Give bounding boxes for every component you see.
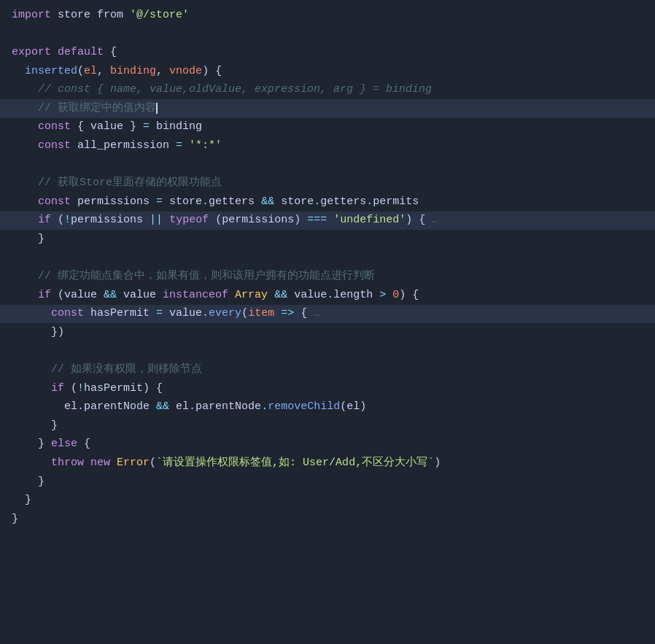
kw-keyword-token: new <box>90 454 110 472</box>
plain-token: getters <box>209 193 261 211</box>
plain-token: el <box>169 398 189 416</box>
comment-cn-token: // 获取绑定中的值内容 <box>38 100 156 117</box>
kw-keyword-token: export <box>12 44 51 61</box>
plain-token <box>12 137 38 155</box>
operator-token: . <box>314 193 320 211</box>
type-name-token: Array <box>235 287 268 304</box>
operator-token: && <box>104 287 117 304</box>
plain-token: ) <box>434 454 441 472</box>
param-token: vnode <box>169 63 202 80</box>
plain-token <box>12 63 25 80</box>
plain-token <box>12 268 38 285</box>
plain-token: store <box>274 193 314 211</box>
kw-keyword-token: else <box>51 435 77 453</box>
plain-token <box>12 212 38 229</box>
plain-token <box>51 44 58 61</box>
plain-token: } <box>12 435 51 453</box>
comment-cn-token: // 如果没有权限，则移除节点 <box>51 361 202 379</box>
comment-token: … <box>314 305 320 322</box>
string-token: `请设置操作权限标签值,如: User/Add,不区分大小写` <box>156 454 434 472</box>
code-line: inserted(el, binding, vnode) { <box>0 62 655 81</box>
comment-token: // const { name, value,oldValue, express… <box>38 81 432 98</box>
code-line: import store from '@/store' <box>0 6 655 25</box>
plain-token: length <box>333 287 379 304</box>
code-line: } <box>0 510 655 529</box>
kw-keyword-token: if <box>38 287 51 304</box>
comment-cn-token: // 获取Store里面存储的权限功能点 <box>38 174 222 192</box>
plain-token: } <box>123 118 143 136</box>
operator-token: = <box>156 193 163 211</box>
operator-token: . <box>327 287 333 304</box>
operator-token: ! <box>77 380 84 397</box>
plain-token: ( <box>51 212 64 229</box>
kw-keyword-token: if <box>51 380 64 397</box>
code-line: const permissions = store.getters && sto… <box>0 193 655 212</box>
operator-token: . <box>366 193 373 211</box>
kw-keyword-token: typeof <box>169 212 209 229</box>
operator-token: === <box>307 212 327 229</box>
var-name-token: value <box>90 118 123 136</box>
plain-token: value <box>287 287 327 304</box>
code-line: } <box>0 473 655 492</box>
operator-token: = <box>156 305 163 322</box>
plain-token: value <box>163 305 202 322</box>
code-line: const hasPermit = value.every(item => { … <box>0 305 655 324</box>
code-line <box>0 155 655 174</box>
plain-token: all_permission <box>71 137 176 155</box>
plain-token <box>123 7 130 24</box>
plain-token <box>12 361 51 379</box>
fn-name-token: inserted <box>25 63 77 80</box>
operator-token: > <box>379 287 386 304</box>
code-line: const all_permission = '*:*' <box>0 136 655 155</box>
plain-token: permissions <box>71 193 156 211</box>
plain-token: hasPermit <box>84 305 156 322</box>
code-line: // const { name, value,oldValue, express… <box>0 80 655 99</box>
number-token: 0 <box>392 287 399 304</box>
code-line: // 获取Store里面存储的权限功能点 <box>0 174 655 193</box>
plain-token: } <box>12 511 18 528</box>
plain-token <box>327 212 333 229</box>
plain-token: ( <box>241 305 248 322</box>
code-line: // 绑定功能点集合中，如果有值，则和该用户拥有的功能点进行判断 <box>0 267 655 286</box>
plain-token: hasPermit) { <box>84 380 163 397</box>
plain-token <box>12 81 38 98</box>
code-line: const { value } = binding <box>0 118 655 137</box>
plain-token: { <box>104 44 117 61</box>
plain-token <box>163 212 169 229</box>
plain-token: store <box>51 7 97 24</box>
plain-token: } <box>12 492 31 509</box>
operator-token: || <box>150 212 163 229</box>
plain-token <box>386 287 392 304</box>
plain-token: ) { <box>399 287 419 304</box>
plain-token: value <box>117 287 163 304</box>
operator-token: . <box>189 398 195 416</box>
code-line: el.parentNode && el.parentNode.removeChi… <box>0 397 655 416</box>
plain-token <box>228 287 235 304</box>
plain-token: }) <box>12 324 64 341</box>
operator-token: && <box>156 398 169 416</box>
code-line: } <box>0 416 655 435</box>
plain-token: permits <box>373 193 419 211</box>
plain-token: permissions <box>71 212 150 229</box>
plain-token <box>12 193 38 211</box>
plain-token: ( <box>64 380 77 397</box>
kw-keyword-token: default <box>58 44 104 61</box>
plain-token <box>12 100 38 117</box>
plain-token: parentNode <box>84 398 156 416</box>
comment-token: … <box>432 212 438 229</box>
plain-token: ( <box>150 454 156 472</box>
kw-keyword-token: if <box>38 212 51 229</box>
plain-token: { <box>77 435 90 453</box>
plain-token: (value <box>51 287 104 304</box>
string-token: 'undefined' <box>333 212 406 229</box>
code-line <box>0 342 655 361</box>
comment-cn-token: // 绑定功能点集合中，如果有值，则和该用户拥有的功能点进行判断 <box>38 268 375 285</box>
param-token: el <box>84 63 97 80</box>
operator-token: . <box>77 398 84 416</box>
plain-token: } <box>12 230 44 248</box>
kw-import-token: import <box>12 7 51 24</box>
plain-token: (permissions) <box>209 212 307 229</box>
plain-token: store <box>163 193 202 211</box>
code-line: if (value && value instanceof Array && v… <box>0 286 655 305</box>
plain-token <box>268 287 274 304</box>
